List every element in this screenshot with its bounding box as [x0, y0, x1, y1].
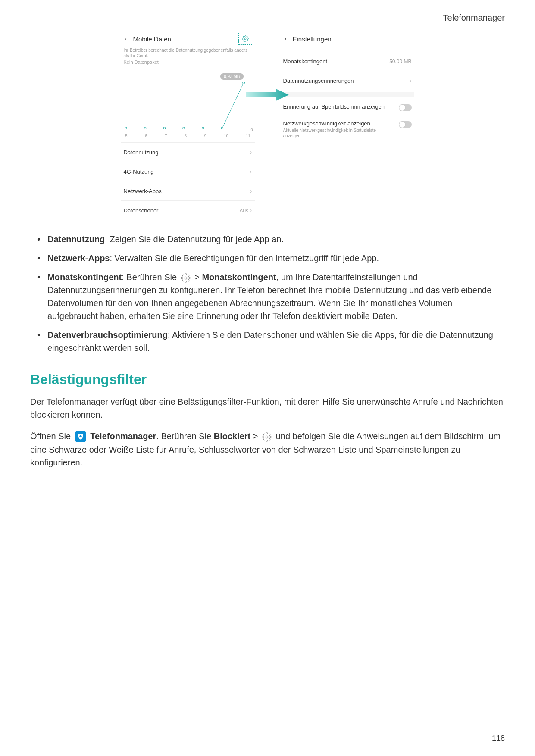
- svg-point-5: [202, 127, 204, 129]
- row-value: Aus: [240, 208, 249, 214]
- svg-point-6: [221, 127, 223, 129]
- paragraph: Der Telefonmanager verfügt über eine Bel…: [30, 395, 505, 421]
- row-label: Monatskontingent: [283, 58, 328, 65]
- phone-title: Einstellungen: [293, 35, 412, 43]
- gear-icon: [181, 273, 191, 283]
- svg-point-1: [125, 127, 127, 129]
- chevron-right-icon: ›: [250, 149, 252, 156]
- phone-manager-app-icon: [75, 431, 86, 442]
- y-zero-label: 0: [250, 128, 253, 132]
- list-text: >: [194, 272, 202, 282]
- svg-point-10: [79, 435, 81, 437]
- phone-header: ← Einstellungen: [281, 30, 414, 47]
- x-tick: 8: [185, 134, 187, 138]
- section-divider: [281, 92, 414, 97]
- bold-term: Monatskontingent: [202, 272, 276, 282]
- row-label: Netzwerk-Apps: [124, 188, 162, 194]
- x-tick: 7: [165, 134, 167, 138]
- row-sublabel: Aktuelle Netzwerkgeschwindigkeit in Stat…: [283, 128, 394, 139]
- settings-gear-highlight[interactable]: [238, 33, 252, 45]
- x-tick: 10: [224, 134, 228, 138]
- svg-point-11: [266, 436, 268, 438]
- phone-mobile-data: ← Mobile Daten Ihr Betreiber berechnet d…: [121, 30, 255, 220]
- svg-point-7: [242, 82, 244, 84]
- row-label: 4G-Nutzung: [124, 169, 154, 175]
- feature-list: Datennutzung: Zeigen Sie die Datennutzun…: [30, 233, 505, 354]
- header-section: Telefonmanager: [443, 13, 505, 23]
- paragraph: Öffnen Sie Telefonmanager. Berühren Sie …: [30, 430, 505, 469]
- chevron-right-icon: ›: [410, 77, 412, 84]
- section-heading: Belästigungsfilter: [30, 372, 505, 387]
- phone-title: Mobile Daten: [133, 35, 238, 43]
- back-icon[interactable]: ←: [124, 34, 133, 44]
- svg-point-9: [185, 277, 187, 279]
- toggle-off-icon[interactable]: [399, 121, 412, 128]
- list-item: Datennutzung: Zeigen Sie die Datennutzun…: [43, 233, 505, 246]
- screenshot-pair: ← Mobile Daten Ihr Betreiber berechnet d…: [30, 30, 505, 220]
- usage-chart: 0,93 MB 0 5 6 7 8 9: [124, 73, 252, 138]
- chevron-right-icon: ›: [250, 187, 252, 194]
- x-tick: 9: [204, 134, 206, 138]
- chevron-right-icon: ›: [250, 168, 252, 175]
- row-value: 50,00 MB: [389, 59, 411, 65]
- bold-term: Telefonmanager: [90, 431, 156, 441]
- row-monatskontingent[interactable]: Monatskontingent 50,00 MB: [281, 52, 414, 71]
- phone-header: ← Mobile Daten: [121, 30, 255, 47]
- list-text: : Verwalten Sie die Berechtigungen für d…: [110, 253, 379, 263]
- gear-icon: [242, 35, 249, 42]
- row-datenschoner[interactable]: Datenschoner Aus ›: [121, 200, 255, 220]
- usage-badge: 0,93 MB: [220, 73, 243, 80]
- row-label: Datenschoner: [124, 207, 159, 214]
- row-label: Erinnerung auf Sperrbildschirm anzeigen: [283, 103, 394, 110]
- list-item: Monatskontingent: Berühren Sie > Monatsk…: [43, 271, 505, 322]
- row-datennutzung[interactable]: Datennutzung ›: [121, 142, 255, 162]
- no-plan-text: Kein Datenpaket: [121, 59, 255, 65]
- text-run: >: [250, 431, 260, 441]
- phone-settings: ← Einstellungen Monatskontingent 50,00 M…: [281, 30, 414, 220]
- text-run: Öffnen Sie: [30, 431, 73, 441]
- bold-term: Netzwerk-Apps: [47, 253, 110, 263]
- svg-point-3: [163, 127, 165, 129]
- chevron-right-icon: ›: [250, 207, 252, 214]
- svg-point-0: [244, 38, 246, 40]
- row-lockscreen-reminder[interactable]: Erinnerung auf Sperrbildschirm anzeigen: [281, 99, 414, 116]
- bold-term: Datenverbrauchsoptimierung: [47, 330, 168, 340]
- list-text: : Berühren Sie: [122, 272, 179, 282]
- row-network-speed[interactable]: Netzwerkgeschwindigkeit anzeigen Aktuell…: [281, 116, 414, 143]
- svg-point-2: [144, 127, 146, 129]
- list-text: : Zeigen Sie die Datennutzung für jede A…: [105, 234, 284, 244]
- chart-x-axis: 5 6 7 8 9 10 11: [124, 134, 252, 138]
- row-datennutzungserinnerungen[interactable]: Datennutzungserinnerungen ›: [281, 71, 414, 90]
- list-item: Datenverbrauchsoptimierung: Aktivieren S…: [43, 328, 505, 354]
- back-icon[interactable]: ←: [283, 34, 293, 44]
- row-label: Datennutzung: [124, 149, 159, 156]
- disclaimer-text: Ihr Betreiber berechnet die Datennutzung…: [121, 47, 255, 59]
- x-tick: 11: [246, 134, 250, 138]
- list-item: Netzwerk-Apps: Verwalten Sie die Berecht…: [43, 252, 505, 265]
- chart-line-icon: [124, 82, 252, 129]
- text-run: . Berühren Sie: [156, 431, 213, 441]
- document-page: Telefonmanager ← Mobile Daten Ihr Betrei…: [0, 0, 535, 756]
- bold-term: Datennutzung: [47, 234, 105, 244]
- x-tick: 6: [145, 134, 147, 138]
- toggle-off-icon[interactable]: [399, 104, 412, 111]
- x-tick: 5: [125, 134, 128, 138]
- svg-point-4: [182, 127, 185, 129]
- bold-term: Blockiert: [214, 431, 251, 441]
- row-4g-nutzung[interactable]: 4G-Nutzung ›: [121, 162, 255, 181]
- gear-icon: [262, 432, 272, 442]
- page-number: 118: [492, 734, 505, 743]
- row-netzwerk-apps[interactable]: Netzwerk-Apps ›: [121, 181, 255, 200]
- row-label: Netzwerkgeschwindigkeit anzeigen: [283, 120, 394, 127]
- bold-term: Monatskontingent: [47, 272, 122, 282]
- row-label: Datennutzungserinnerungen: [283, 78, 354, 84]
